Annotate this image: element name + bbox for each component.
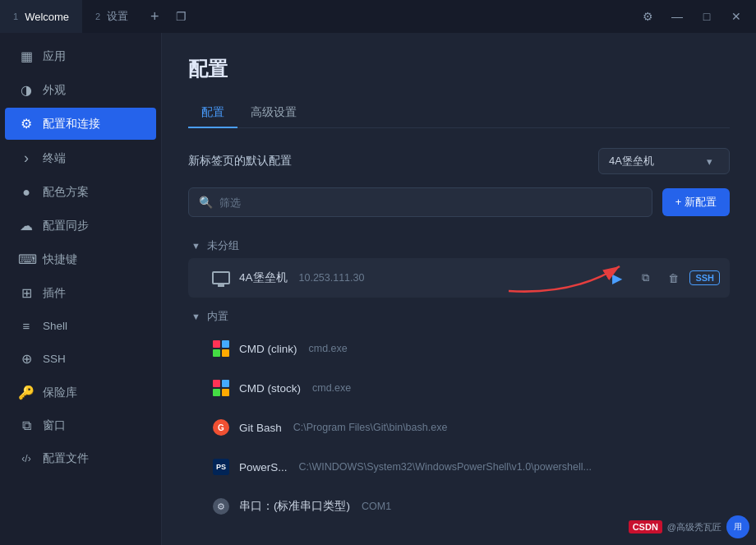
copy-button[interactable]: ⧉	[669, 455, 692, 478]
titlebar: 1 Welcome 2 设置 + ❐ ⚙ — □ ✕	[0, 0, 756, 33]
play-button[interactable]: ▶	[641, 376, 664, 400]
profiles-icon: ⚙	[18, 116, 35, 132]
profile-item-cmd-stock[interactable]: CMD (stock) cmd.exe ▶ ⧉ 🗑	[188, 368, 730, 408]
play-button[interactable]: ▶	[641, 416, 664, 439]
profile-name: 4A堡垒机	[239, 270, 288, 285]
search-input[interactable]	[219, 196, 642, 209]
appearance-icon: ◑	[18, 82, 35, 98]
window-controls: ⚙ — □ ✕	[634, 5, 756, 28]
maximize-button[interactable]: □	[694, 5, 720, 28]
watermark: CSDN @高级秃瓦匠 用	[629, 515, 749, 538]
tab-advanced[interactable]: 高级设置	[237, 99, 310, 128]
delete-button[interactable]: 🗑	[697, 416, 720, 439]
monitor-icon	[211, 268, 231, 288]
default-profile-select[interactable]: 4A堡垒机 ▾	[598, 148, 730, 174]
shortcuts-icon: ⌨	[18, 252, 35, 267]
default-profile-label: 新标签页的默认配置	[188, 154, 292, 169]
group-ungrouped-label: 未分组	[207, 238, 239, 253]
delete-button[interactable]: 🗑	[697, 455, 720, 478]
shell-icon: ≡	[18, 319, 35, 333]
group-builtin-header[interactable]: ▼ 内置	[188, 304, 730, 329]
ssh-badge: SSH	[689, 270, 720, 285]
play-button[interactable]: ▶	[641, 495, 664, 518]
profile-actions: ▶ ⧉ 🗑 SSH	[606, 266, 720, 289]
sidebar-item-label: 窗口	[43, 418, 66, 433]
apps-icon: ▦	[18, 48, 35, 64]
delete-button[interactable]: 🗑	[697, 337, 720, 360]
minimize-button[interactable]: —	[664, 5, 690, 28]
sidebar-item-profiles[interactable]: ⚙ 配置和连接	[5, 108, 156, 140]
sidebar-item-label: 终端	[43, 151, 66, 166]
profile-item-cmd-clink[interactable]: CMD (clink) cmd.exe ▶ ⧉ 🗑	[188, 329, 730, 368]
content-tabs: 配置 高级设置	[188, 99, 730, 128]
sidebar-item-label: 保险库	[43, 386, 77, 400]
profile-detail: COM1	[362, 501, 391, 512]
copy-button[interactable]: ⧉	[669, 495, 692, 518]
group-ungrouped-header[interactable]: ▼ 未分组	[188, 233, 730, 258]
config-sync-icon: ☁	[18, 218, 35, 233]
tab2-num: 2	[95, 12, 100, 21]
add-profile-button[interactable]: + 新配置	[662, 188, 730, 216]
profile-item-4a-bastion[interactable]: 4A堡垒机 10.253.111.30 ▶ ⧉ 🗑 SSH	[188, 258, 730, 298]
delete-button[interactable]: 🗑	[697, 495, 720, 518]
settings-button[interactable]: ⚙	[634, 5, 661, 28]
sidebar-item-label: Shell	[43, 320, 67, 332]
new-tab-button[interactable]: +	[141, 3, 168, 30]
window-icon: ⧉	[18, 418, 35, 433]
sidebar-item-config-sync[interactable]: ☁ 配置同步	[5, 210, 156, 242]
profile-item-git-bash[interactable]: G Git Bash C:\Program Files\Git\bin\bash…	[188, 408, 730, 447]
sidebar-item-config-file[interactable]: ‹/› 配置文件	[5, 443, 156, 474]
color-schemes-icon: ●	[18, 185, 35, 200]
copy-button[interactable]: ⧉	[669, 416, 692, 439]
profile-item-powershell[interactable]: PS PowerS... C:\WINDOWS\System32\Windows…	[188, 447, 730, 487]
powershell-icon: PS	[211, 457, 231, 477]
main-layout: ▦ 应用 ◑ 外观 ⚙ 配置和连接 › 终端 ● 配色方案 ☁ 配置同步 ⌨ 快…	[0, 33, 756, 545]
profile-name: Git Bash	[239, 422, 282, 434]
tab-settings[interactable]: 2 设置	[82, 0, 141, 33]
play-button[interactable]: ▶	[606, 266, 629, 289]
sidebar-item-label: 快捷键	[43, 252, 77, 267]
sidebar-item-label: 配置同步	[43, 219, 89, 233]
serial-icon: ⚙	[211, 497, 231, 516]
sidebar-item-shortcuts[interactable]: ⌨ 快捷键	[5, 243, 156, 275]
profile-name: CMD (clink)	[239, 343, 297, 355]
windows-icon	[211, 378, 231, 398]
tab1-num: 1	[13, 12, 18, 21]
profile-list: ▼ 未分组 4A堡垒机 10.253.111.30 ▶ ⧉ 🗑 SSH	[188, 233, 730, 526]
sidebar-item-color-schemes[interactable]: ● 配色方案	[5, 177, 156, 208]
profile-name: PowerS...	[239, 461, 288, 473]
chevron-icon: ▼	[191, 312, 201, 321]
sidebar-item-ssh[interactable]: ⊕ SSH	[5, 343, 156, 375]
restore-button[interactable]: ❐	[168, 3, 194, 30]
close-button[interactable]: ✕	[723, 5, 749, 28]
sidebar-item-plugins[interactable]: ⊞ 插件	[5, 277, 156, 309]
sidebar-item-window[interactable]: ⧉ 窗口	[5, 410, 156, 441]
copy-button[interactable]: ⧉	[634, 266, 657, 289]
default-profile-row: 新标签页的默认配置 4A堡垒机 ▾	[188, 148, 730, 174]
sidebar-item-appearance[interactable]: ◑ 外观	[5, 74, 156, 106]
tab-config[interactable]: 配置	[188, 99, 237, 128]
copy-button[interactable]: ⧉	[669, 337, 692, 360]
sidebar-item-apps[interactable]: ▦ 应用	[5, 40, 156, 72]
page-title: 配置	[188, 56, 730, 82]
search-icon: 🔍	[199, 196, 213, 209]
avatar-placeholder: 用	[726, 515, 749, 538]
sidebar: ▦ 应用 ◑ 外观 ⚙ 配置和连接 › 终端 ● 配色方案 ☁ 配置同步 ⌨ 快…	[0, 33, 162, 545]
delete-button[interactable]: 🗑	[697, 376, 720, 400]
ssh-icon: ⊕	[18, 351, 35, 367]
sidebar-item-shell[interactable]: ≡ Shell	[5, 311, 156, 341]
delete-button[interactable]: 🗑	[662, 266, 685, 289]
profile-detail: C:\Program Files\Git\bin\bash.exe	[293, 422, 448, 433]
tab-welcome[interactable]: 1 Welcome	[0, 0, 82, 33]
search-btn-row: 🔍 + 新配置	[188, 187, 730, 217]
sidebar-item-terminal[interactable]: › 终端	[5, 141, 156, 175]
tab2-label: 设置	[107, 9, 128, 24]
play-button[interactable]: ▶	[641, 455, 664, 478]
play-button[interactable]: ▶	[641, 337, 664, 360]
sidebar-item-vault[interactable]: 🔑 保险库	[5, 376, 156, 409]
watermark-label: @高级秃瓦匠	[667, 521, 721, 533]
vault-icon: 🔑	[18, 385, 35, 400]
copy-button[interactable]: ⧉	[669, 376, 692, 400]
sidebar-item-label: 外观	[43, 83, 66, 98]
chevron-down-icon: ▾	[707, 155, 712, 168]
